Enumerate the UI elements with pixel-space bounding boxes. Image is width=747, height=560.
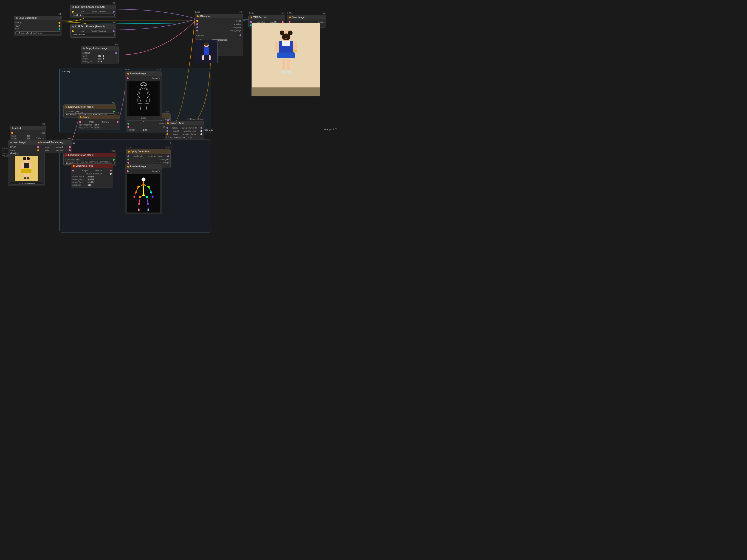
- openpose-header: OpenPose Pose: [71, 164, 113, 168]
- preview-image-pose-node: #26 Preview Image image(s): [125, 164, 162, 214]
- set-selected-label: set_selected_on_prompt: [170, 136, 192, 138]
- latent-out-label: LATENT: [196, 34, 204, 36]
- resolution-val: 512: [87, 184, 92, 186]
- impact-switch-2-body: input1 CONDITIONING input2 selected_slot…: [165, 125, 204, 139]
- width-label: width: [82, 55, 96, 57]
- svg-rect-17: [282, 70, 286, 74]
- low-threshold-row: low_threshold 0.03: [79, 124, 119, 126]
- svg-rect-79: [29, 163, 31, 169]
- preview-image-canny-node: 0.04s #25 Preview Image image(s): [125, 71, 162, 121]
- svg-point-66: [143, 194, 145, 196]
- svg-rect-15: [282, 59, 285, 71]
- image-out-port2: [117, 121, 119, 123]
- ksampler-preview-thumb: [195, 40, 218, 63]
- canny-controlnet-header: Load ControlNet Model: [63, 105, 116, 109]
- node-id-6: #6: [112, 2, 116, 4]
- apply-openpose-title: Apply ControlNet: [131, 150, 150, 153]
- svg-rect-2: [204, 47, 209, 55]
- canny-title: Canny: [82, 116, 89, 118]
- node-dot: [73, 165, 75, 167]
- node-id-15-label: #15 ComfyUI's ControlNet A...: [84, 160, 113, 163]
- node-id-18: #18: [165, 146, 171, 149]
- svg-rect-12: [282, 41, 290, 46]
- select-val-label: null: [42, 132, 45, 134]
- detect-body-row: detect_body enable: [72, 178, 111, 181]
- node-id-25: #25: [156, 68, 162, 71]
- load-image-svg: [15, 156, 38, 181]
- input1-2-row: input1 CONDITIONING: [166, 126, 202, 129]
- empty-latent-body: LATENT width 512 height 760 batch_size 1: [81, 51, 119, 64]
- clip-label: CLIP: [16, 25, 20, 27]
- input2-port: [166, 130, 168, 132]
- load-image-label: IMAGE: [10, 146, 16, 148]
- svg-rect-19: [275, 42, 279, 52]
- low-threshold-label: low_threshold: [79, 124, 93, 126]
- select-in-label: select: [45, 149, 50, 152]
- detect-face-row: detect_face enable: [72, 181, 111, 184]
- node-dot: [72, 26, 74, 28]
- negative-label: negative: [234, 26, 241, 28]
- openpose-control-net-in-row: control_net: [127, 158, 169, 161]
- load-image-preview: [14, 156, 39, 181]
- svg-rect-4: [209, 55, 211, 60]
- control-net-in-port: [127, 123, 129, 125]
- image-preview-port: [127, 77, 129, 79]
- clip-encode-2-node: #7 CLIP Text Encode (Prompt) clip CONDIT…: [70, 24, 116, 38]
- clip-encode-1-node: #6 CLIP Text Encode (Prompt) clip CONDIT…: [70, 5, 116, 18]
- choose-file-input[interactable]: choose file to upload: [10, 182, 43, 185]
- svg-rect-25: [129, 81, 158, 116]
- vae-label: VAE: [16, 28, 19, 30]
- load-checkpoint-header: Load Checkpoint: [14, 16, 62, 20]
- vae-decode-title: VAE Decode: [253, 16, 267, 19]
- load-checkpoint-node: #4 Load Checkpoint MODEL CLIP VAE v1-5-p…: [14, 16, 62, 36]
- resolution-label: resolution: [72, 184, 86, 186]
- high-threshold-label: high_threshold: [79, 127, 93, 129]
- height-row: height 760: [82, 57, 117, 60]
- openpose-cn-in-port: [127, 159, 129, 160]
- image-file-val: chun.jpg: [10, 152, 19, 155]
- detect-face-label: detect_face: [72, 181, 86, 183]
- svg-point-38: [142, 178, 145, 181]
- clip2-text-input[interactable]: best_artwork: [72, 33, 114, 36]
- node-id-9: #9: [322, 12, 326, 15]
- selected-slot-port: [201, 130, 202, 132]
- clip-encode-2-header: CLIP Text Encode (Prompt): [71, 24, 116, 29]
- clip1-text-input[interactable]: best1_street: [72, 14, 114, 17]
- svg-rect-18: [287, 70, 291, 74]
- latent-out-row: LATENT: [82, 51, 117, 55]
- clip-encode-1-body: clip CONDITIONING best1_street: [71, 9, 116, 18]
- pose-keypoint-out-label: POSE_KEYPOINT: [86, 172, 104, 175]
- svg-rect-78: [21, 163, 24, 169]
- clip-in-row: clip CONDITIONING: [72, 10, 114, 13]
- set-selected-checkbox[interactable]: [166, 136, 169, 138]
- apply-openpose-header: Apply ControlNet: [126, 150, 171, 154]
- impact-switch-time: 0.00s: [36, 137, 41, 139]
- canny-preprocessor-node: 0.17s #13 Canny image IMAGE low_threshol…: [78, 115, 120, 130]
- empty-latent-title: Empty Latent Image: [86, 47, 107, 50]
- width-row: width 512: [82, 55, 117, 57]
- node-dot: [289, 17, 291, 18]
- node-dot: [251, 17, 252, 18]
- node-dot: [80, 116, 81, 118]
- output1-port: [69, 146, 71, 148]
- node-id-26: #26: [156, 161, 162, 164]
- output-val: null: [26, 137, 30, 140]
- latent-out-port: [239, 34, 241, 36]
- impact-switch-2-title: Switch (Any): [170, 122, 184, 125]
- svg-point-63: [138, 209, 139, 211]
- openpose-cond-in-port: [127, 155, 129, 157]
- strength-label: strength: [127, 129, 141, 131]
- image-in-port2: [127, 126, 129, 128]
- clip2-in-row: clip CONDITIONING: [72, 30, 114, 33]
- ckpt-name-input[interactable]: v1-5-pruned/5d_v1.5.safetensors: [16, 31, 60, 34]
- clip-encode-2-body: clip CONDITIONING best_artwork: [71, 29, 116, 37]
- clip-in-label: clip: [81, 10, 84, 13]
- svg-point-60: [146, 196, 148, 198]
- svg-rect-77: [27, 178, 29, 179]
- value-val: null: [26, 135, 30, 137]
- preview-pose-body: image(s): [125, 169, 162, 214]
- svg-rect-21: [293, 50, 297, 52]
- openpose-body: image IMAGE POSE_KEYPOINT detect_hand en…: [71, 168, 113, 187]
- clip-encode-1-title: CLIP Text Encode (Prompt): [75, 6, 105, 8]
- svg-rect-16: [287, 59, 290, 71]
